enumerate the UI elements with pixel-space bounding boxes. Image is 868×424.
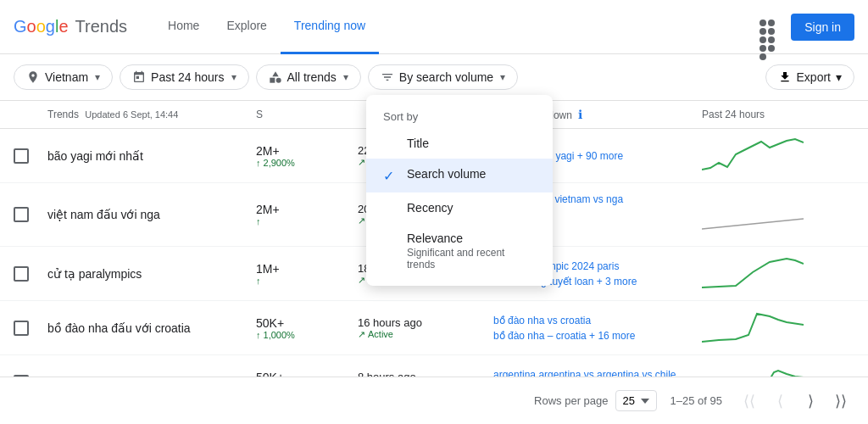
search-vol-2: 1M+ ↑: [256, 262, 358, 286]
bottom-bar: Rows per page 10 25 50 1–25 of 95 ⟨⟨ ⟨ ⟩…: [0, 377, 868, 424]
search-vol-3: 50K+ ↑ 1,000%: [256, 316, 358, 340]
row-checkbox-0[interactable]: [14, 148, 29, 164]
row-checkbox-1[interactable]: [14, 207, 29, 222]
row-checkbox-3[interactable]: [14, 321, 29, 336]
updated-label: Updated 6 Sept, 14:44: [85, 109, 178, 120]
sort-chevron: ▾: [500, 71, 505, 83]
dropdown-item-recency[interactable]: Recency: [366, 192, 553, 223]
sort-filter[interactable]: By search volume ▾: [368, 64, 518, 90]
search-vol-1: 2M+ ↑: [256, 203, 358, 226]
dropdown-item-search-volume[interactable]: ✓ Search volume: [366, 159, 553, 192]
nav-home[interactable]: Home: [154, 0, 213, 54]
trends-label: Trends: [47, 109, 79, 120]
svg-point-0: [275, 78, 281, 83]
trend-title-0: bão yagi mới nhất: [47, 149, 256, 163]
filter-icon: [381, 70, 394, 84]
rows-per-page-select[interactable]: 10 25 50: [615, 390, 657, 411]
search-volume-option-label: Search volume: [407, 167, 486, 181]
time-chevron: ▾: [231, 71, 236, 83]
header: Google Trends Home Explore Trending now …: [0, 0, 868, 54]
relevance-option-sub: Significant and recent trends: [407, 247, 536, 271]
category-icon: [269, 70, 282, 84]
relevance-option-label: Relevance: [407, 232, 536, 245]
nav-explore[interactable]: Explore: [213, 0, 280, 54]
trend-title-3: bồ đào nha đấu với croatia: [47, 321, 256, 335]
nav-trending-now[interactable]: Trending now: [281, 0, 379, 54]
location-filter[interactable]: Vietnam ▾: [14, 64, 113, 90]
time-3: 16 hours ago ↗ Active: [358, 316, 493, 340]
location-chevron: ▾: [95, 71, 100, 83]
row-checkbox-2[interactable]: [14, 266, 29, 282]
time-label: Past 24 hours: [151, 70, 224, 84]
sort-label: By search volume: [399, 70, 493, 84]
chart-0: [702, 137, 854, 174]
apps-icon[interactable]: [757, 17, 777, 37]
title-option-label: Title: [407, 137, 429, 150]
breakdown-3: bồ đào nha vs croatia bồ đào nha – croat…: [493, 313, 702, 343]
calendar-icon: [132, 70, 146, 84]
search-col-header: S: [256, 109, 358, 120]
prev-page-button[interactable]: ⟨: [766, 388, 793, 415]
trends-col-header: Trends Updated 6 Sept, 14:44: [47, 109, 256, 120]
table-row: bồ đào nha đấu với croatia 50K+ ↑ 1,000%…: [0, 301, 868, 355]
chart-col-header: Past 24 hours: [702, 109, 854, 120]
main-nav: Home Explore Trending now: [154, 0, 379, 54]
category-filter[interactable]: All trends ▾: [256, 64, 361, 90]
trend-title-1: việt nam đấu với nga: [47, 208, 256, 221]
export-chevron: ▾: [836, 70, 842, 84]
rows-per-page-label: Rows per page: [534, 394, 608, 407]
chart-2: [702, 255, 854, 292]
logo-trends-text: Trends: [75, 17, 128, 36]
dropdown-title: Sort by: [366, 102, 553, 128]
first-page-button[interactable]: ⟨⟨: [736, 388, 763, 415]
time-filter[interactable]: Past 24 hours ▾: [120, 64, 248, 90]
location-icon: [26, 70, 40, 84]
category-label: All trends: [287, 70, 337, 84]
last-page-button[interactable]: ⟩⟩: [827, 388, 854, 415]
category-chevron: ▾: [343, 71, 348, 83]
export-label: Export: [797, 70, 831, 84]
location-label: Vietnam: [45, 70, 88, 84]
search-vol-0: 2M+ ↑ 2,900%: [256, 144, 358, 168]
next-page-button[interactable]: ⟩: [797, 388, 824, 415]
svg-rect-1: [270, 78, 275, 83]
header-right: Sign in: [757, 14, 854, 41]
dropdown-item-relevance[interactable]: Relevance Significant and recent trends: [366, 223, 553, 279]
dropdown-item-title[interactable]: Title: [366, 128, 553, 159]
rows-per-page: Rows per page 10 25 50: [534, 390, 656, 411]
export-button[interactable]: Export ▾: [765, 64, 854, 90]
recency-option-label: Recency: [407, 201, 453, 215]
breakdown-info-icon[interactable]: ℹ: [578, 108, 582, 121]
toolbar: Vietnam ▾ Past 24 hours ▾ All trends ▾ B…: [0, 54, 868, 101]
chart-1: [702, 197, 854, 233]
sort-dropdown: Sort by Title ✓ Search volume Recency Re…: [366, 95, 553, 286]
chart-3: [702, 310, 854, 346]
page-info: 1–25 of 95: [670, 394, 722, 407]
trend-title-2: cử tạ paralympics: [47, 267, 256, 281]
logo: Google Trends: [14, 17, 127, 36]
page-navigation: ⟨⟨ ⟨ ⟩ ⟩⟩: [736, 388, 854, 415]
check-icon: ✓: [383, 168, 397, 184]
sign-in-button[interactable]: Sign in: [791, 14, 854, 41]
export-icon: [778, 70, 792, 84]
